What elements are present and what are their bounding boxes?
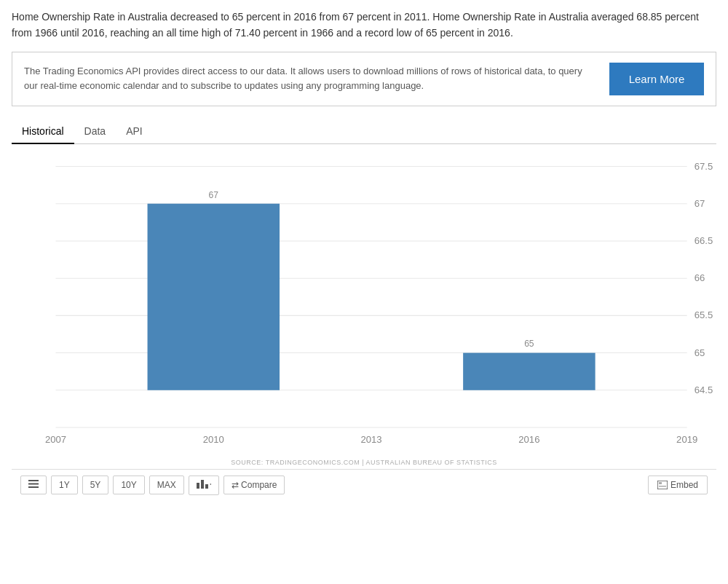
svg-text:2007: 2007 — [45, 433, 66, 444]
compare-icon: ⇄ — [232, 480, 239, 490]
description-text: Home Ownership Rate in Australia decreas… — [12, 9, 716, 42]
chart-type-button[interactable] — [189, 476, 219, 495]
svg-text:65.5: 65.5 — [695, 309, 713, 320]
svg-text:2016: 2016 — [518, 433, 539, 444]
api-banner-text: The Trading Economics API provides direc… — [24, 64, 595, 93]
grid-icon — [28, 480, 39, 488]
svg-text:67: 67 — [695, 197, 705, 208]
bar-2010 — [148, 203, 280, 390]
svg-text:64.5: 64.5 — [695, 384, 713, 395]
svg-rect-30 — [659, 482, 662, 484]
svg-rect-29 — [657, 481, 668, 489]
svg-text:67: 67 — [209, 189, 219, 200]
bar-chart: .axis-label { font-size: 13px; fill: #88… — [12, 151, 716, 457]
learn-more-button[interactable]: Learn More — [609, 63, 704, 95]
main-container: Home Ownership Rate in Australia decreas… — [0, 0, 728, 510]
compare-button[interactable]: ⇄ Compare — [223, 476, 285, 494]
svg-text:66.5: 66.5 — [695, 235, 713, 246]
svg-rect-26 — [201, 480, 204, 489]
tabs-row: Historical Data API — [12, 119, 716, 144]
svg-rect-22 — [28, 480, 39, 481]
source-text: SOURCE: TRADINGECONOMICS.COM | AUSTRALIA… — [12, 459, 716, 466]
toolbar: 1Y 5Y 10Y MAX ⇄ Compare Embed — [12, 469, 716, 501]
svg-rect-25 — [197, 483, 199, 489]
tab-data[interactable]: Data — [74, 119, 116, 144]
max-button[interactable]: MAX — [149, 476, 184, 494]
svg-text:2010: 2010 — [203, 433, 224, 444]
chart-type-icon — [197, 480, 211, 489]
svg-rect-24 — [28, 486, 39, 488]
1y-button[interactable]: 1Y — [51, 476, 78, 494]
compare-label: Compare — [241, 480, 277, 490]
svg-marker-28 — [210, 483, 211, 486]
tab-historical[interactable]: Historical — [12, 119, 74, 144]
5y-button[interactable]: 5Y — [82, 476, 109, 494]
svg-text:2019: 2019 — [676, 433, 697, 444]
tab-api[interactable]: API — [116, 119, 153, 144]
svg-rect-23 — [28, 484, 39, 485]
svg-rect-31 — [659, 486, 666, 487]
svg-text:65: 65 — [695, 347, 705, 358]
embed-icon — [657, 481, 668, 489]
svg-text:66: 66 — [695, 272, 705, 283]
svg-text:67.5: 67.5 — [695, 160, 713, 171]
grid-button[interactable] — [20, 476, 47, 494]
embed-label: Embed — [670, 480, 698, 490]
bar-2016 — [463, 352, 596, 390]
svg-text:65: 65 — [524, 339, 534, 349]
api-banner: The Trading Economics API provides direc… — [12, 52, 716, 106]
chart-area: .axis-label { font-size: 13px; fill: #88… — [12, 151, 716, 457]
10y-button[interactable]: 10Y — [113, 476, 144, 494]
svg-text:2013: 2013 — [361, 433, 382, 444]
svg-rect-27 — [205, 484, 208, 489]
embed-button[interactable]: Embed — [648, 476, 708, 494]
